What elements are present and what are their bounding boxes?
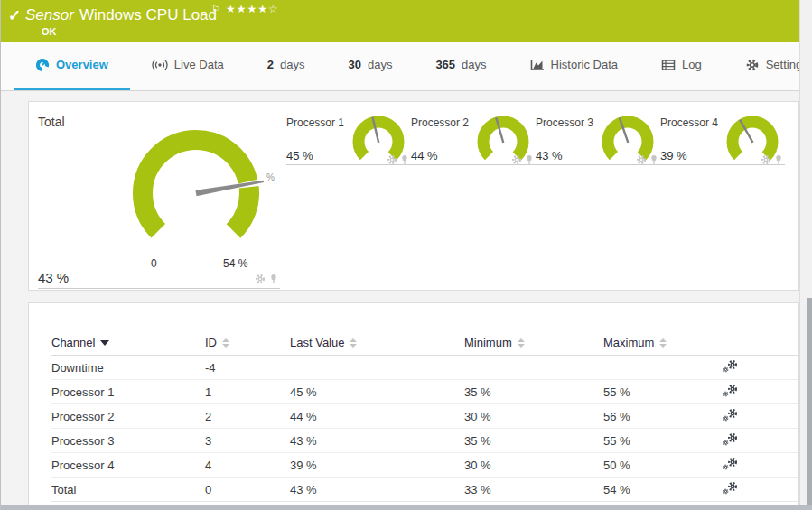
channel-name[interactable]: Downtime — [51, 361, 205, 375]
channel-gear-icon[interactable] — [636, 154, 646, 164]
column-header-maximum[interactable]: Maximum — [591, 336, 722, 349]
table-row: Downtime -4 — [51, 356, 798, 380]
last-value: 43 % — [277, 483, 452, 496]
sensor-type-label: Sensor — [25, 6, 74, 23]
vertical-scrollbar[interactable] — [799, 0, 812, 505]
status-check-icon: ✓ — [8, 6, 21, 25]
channel-id: 3 — [205, 434, 277, 448]
last-value: 43 % — [277, 434, 452, 448]
pin-icon[interactable] — [399, 154, 409, 164]
tab-overview[interactable]: Overview — [14, 42, 130, 90]
tab-historic-data[interactable]: Historic Data — [509, 42, 639, 90]
pin-icon[interactable] — [268, 274, 279, 284]
channel-gear-icon[interactable] — [761, 154, 770, 164]
channels-table: Channel ID Last Value Minimum Maximum — [29, 330, 798, 502]
gauge-label: Processor 2 — [411, 116, 469, 129]
total-gauge-value: 43 % — [38, 270, 69, 285]
gauge-processor-4: Processor 4 39 % — [660, 116, 785, 169]
channel-id: 0 — [205, 483, 277, 496]
channel-settings-icon[interactable] — [722, 384, 740, 398]
minimum-value: 35 % — [452, 434, 591, 448]
tab-live-data[interactable]: Live Data — [130, 42, 246, 90]
sort-desc-icon — [100, 340, 109, 346]
divider — [411, 164, 536, 165]
divider — [660, 164, 785, 165]
divider — [536, 164, 660, 165]
minimum-value: 30 % — [452, 410, 591, 423]
vertical-scrollbar-thumb[interactable] — [807, 298, 812, 505]
flag-icon[interactable]: ⚐ — [211, 4, 220, 15]
page-title: SensorWindows CPU Load — [25, 6, 217, 24]
channel-gear-icon[interactable] — [387, 154, 397, 164]
minimum-value: 35 % — [452, 385, 591, 399]
gauge-value: 43 % — [536, 149, 563, 162]
gauge-label: Processor 3 — [536, 116, 593, 129]
maximum-value: 56 % — [591, 410, 722, 423]
pin-icon[interactable] — [773, 154, 783, 164]
table-row: Total 0 43 % 33 % 54 % — [51, 478, 798, 502]
priority-stars[interactable]: ★★★★☆ — [226, 3, 279, 15]
gauge-processor-3: Processor 3 43 % — [536, 116, 660, 169]
tab-2-days[interactable]: 2days — [246, 42, 327, 90]
table-row: Processor 3 3 43 % 35 % 55 % — [51, 429, 798, 453]
total-scale-max: 54 % — [223, 257, 247, 270]
last-value: 39 % — [277, 459, 452, 472]
channel-name[interactable]: Total — [51, 483, 205, 496]
maximum-value: 54 % — [591, 483, 722, 496]
gauge-processor-1: Processor 1 45 % — [286, 116, 411, 169]
column-header-minimum[interactable]: Minimum — [452, 336, 591, 349]
gauge-value: 44 % — [411, 149, 438, 162]
total-gauge — [115, 107, 277, 252]
column-header-id[interactable]: ID — [205, 336, 277, 349]
maximum-value: 55 % — [591, 434, 722, 448]
sensor-name: Windows CPU Load — [79, 6, 217, 23]
maximum-value: 50 % — [591, 459, 722, 472]
channels-table-panel: Channel ID Last Value Minimum Maximum — [28, 302, 799, 506]
sensor-header: ✓ SensorWindows CPU Load ⚐ ★★★★☆ OK — [1, 0, 799, 42]
channel-id: 1 — [205, 385, 277, 399]
historic-chart-icon — [530, 58, 545, 72]
channel-name[interactable]: Processor 4 — [51, 459, 205, 472]
tab-365-days[interactable]: 365days — [414, 42, 508, 90]
divider — [286, 164, 411, 165]
table-row: Processor 4 4 39 % 30 % 50 % — [51, 453, 798, 478]
table-row: Processor 2 2 44 % 30 % 56 % — [51, 404, 798, 429]
table-header-row: Channel ID Last Value Minimum Maximum — [51, 330, 798, 356]
column-header-channel[interactable]: Channel — [51, 336, 205, 349]
channel-gear-icon[interactable] — [511, 154, 521, 164]
log-list-icon — [661, 58, 676, 72]
channel-name[interactable]: Processor 2 — [51, 410, 205, 423]
pin-icon[interactable] — [524, 154, 534, 164]
column-header-last-value[interactable]: Last Value — [277, 336, 452, 349]
gauge-value: 45 % — [286, 149, 313, 162]
channel-settings-icon[interactable] — [722, 481, 740, 496]
status-badge: OK — [42, 26, 57, 37]
channel-settings-icon[interactable] — [722, 359, 740, 374]
tab-30-days[interactable]: 30days — [326, 42, 414, 90]
channel-settings-icon[interactable] — [722, 457, 740, 471]
gauges-panel: Total % 0 54 % 43 % Processor 1 45 % — [28, 101, 799, 291]
minimum-value: 33 % — [452, 483, 591, 496]
last-value: 44 % — [277, 410, 452, 423]
channel-gear-icon[interactable] — [255, 274, 266, 284]
tab-log[interactable]: Log — [639, 42, 723, 90]
channel-name[interactable]: Processor 3 — [51, 434, 205, 448]
gauge-label: Processor 1 — [286, 116, 344, 129]
channel-name[interactable]: Processor 1 — [51, 385, 205, 399]
channel-settings-icon[interactable] — [722, 432, 740, 447]
total-gauge-unit: % — [266, 172, 275, 182]
horizontal-scrollbar[interactable] — [1, 505, 812, 510]
settings-gear-icon — [745, 58, 760, 72]
maximum-value: 55 % — [591, 385, 722, 399]
gauge-value: 39 % — [660, 149, 687, 162]
channel-id: -4 — [205, 361, 277, 375]
pin-icon[interactable] — [649, 154, 658, 164]
channel-id: 4 — [205, 459, 277, 472]
total-scale-min: 0 — [151, 257, 157, 270]
channel-settings-icon[interactable] — [722, 408, 740, 422]
sort-icon — [222, 338, 229, 348]
table-row: Processor 1 1 45 % 35 % 55 % — [51, 380, 798, 404]
sort-icon — [350, 338, 357, 348]
sort-icon — [518, 338, 525, 348]
tab-bar: Overview Live Data 2days 30days 365days … — [1, 42, 799, 91]
